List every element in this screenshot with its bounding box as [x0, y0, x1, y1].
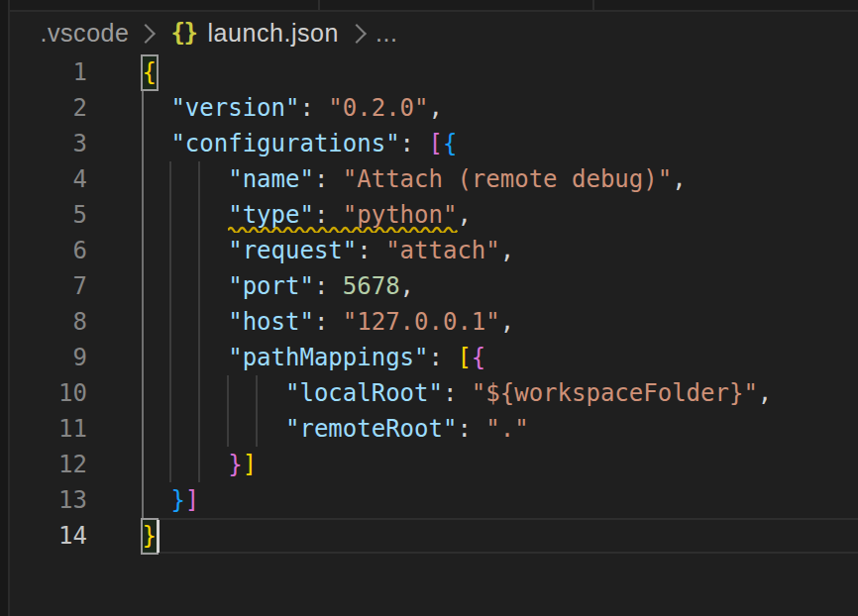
line-number: 6 — [10, 233, 87, 268]
code-text: "remoteRoot": "." — [143, 411, 529, 447]
text-cursor — [157, 520, 161, 553]
code-line-12[interactable]: 12 }] — [10, 447, 858, 482]
json-file-icon: {} — [171, 19, 197, 47]
chevron-right-icon — [136, 24, 156, 44]
code-line-7[interactable]: 7 "port": 5678, — [10, 268, 858, 304]
code-line-8[interactable]: 8 "host": "127.0.0.1", — [10, 304, 858, 340]
code-text: "configurations": [{ — [143, 126, 458, 161]
code-line-14[interactable]: 14} — [10, 518, 858, 554]
code-text: "name": "Attach (remote debug)", — [143, 161, 687, 197]
line-number: 7 — [10, 268, 87, 304]
line-number: 2 — [10, 90, 87, 126]
vscode-window: .vscode {} launch.json ... 1{2 "version"… — [0, 0, 858, 616]
code-text: }] — [143, 482, 200, 518]
chevron-right-icon — [347, 24, 367, 44]
code-text: "request": "attach", — [143, 233, 515, 268]
code-text: { — [143, 54, 157, 90]
tab-separator — [592, 0, 594, 10]
code-line-13[interactable]: 13 }] — [10, 482, 858, 518]
warning-squiggle — [228, 225, 458, 233]
code-line-2[interactable]: 2 "version": "0.2.0", — [10, 90, 858, 126]
line-number: 4 — [10, 161, 87, 197]
code-editor[interactable]: 1{2 "version": "0.2.0",3 "configurations… — [10, 54, 858, 616]
code-line-6[interactable]: 6 "request": "attach", — [10, 233, 858, 268]
code-text: "localRoot": "${workspaceFolder}", — [143, 375, 773, 411]
line-number: 13 — [10, 482, 87, 518]
code-line-4[interactable]: 4 "name": "Attach (remote debug)", — [10, 161, 858, 197]
line-number: 3 — [10, 126, 87, 161]
line-number: 9 — [10, 340, 87, 375]
breadcrumb-folder[interactable]: .vscode — [41, 19, 130, 48]
line-number: 10 — [10, 375, 87, 411]
breadcrumb-file[interactable]: launch.json — [207, 19, 339, 48]
line-number: 14 — [10, 518, 87, 554]
code-text: "port": 5678, — [143, 268, 415, 304]
code-line-1[interactable]: 1{ — [10, 54, 858, 90]
line-number: 1 — [10, 54, 87, 90]
line-number: 11 — [10, 411, 87, 447]
breadcrumb-symbol[interactable]: ... — [375, 19, 398, 48]
code-line-11[interactable]: 11 "remoteRoot": "." — [10, 411, 858, 447]
editor-group: .vscode {} launch.json ... 1{2 "version"… — [10, 0, 858, 616]
breadcrumb: .vscode {} launch.json ... — [10, 12, 858, 54]
code-line-10[interactable]: 10 "localRoot": "${workspaceFolder}", — [10, 375, 858, 411]
code-line-3[interactable]: 3 "configurations": [{ — [10, 126, 858, 161]
sidebar-strip — [0, 0, 8, 616]
code-text: } — [143, 518, 157, 554]
code-line-9[interactable]: 9 "pathMappings": [{ — [10, 340, 858, 375]
code-text: "version": "0.2.0", — [143, 90, 443, 126]
tab-separator — [318, 0, 320, 10]
code-text: "pathMappings": [{ — [143, 340, 486, 375]
line-number: 8 — [10, 304, 87, 340]
line-number: 5 — [10, 197, 87, 233]
code-text: }] — [143, 447, 258, 482]
code-text: "host": "127.0.0.1", — [143, 304, 515, 340]
line-number: 12 — [10, 447, 87, 482]
tab-bar[interactable] — [10, 0, 858, 10]
